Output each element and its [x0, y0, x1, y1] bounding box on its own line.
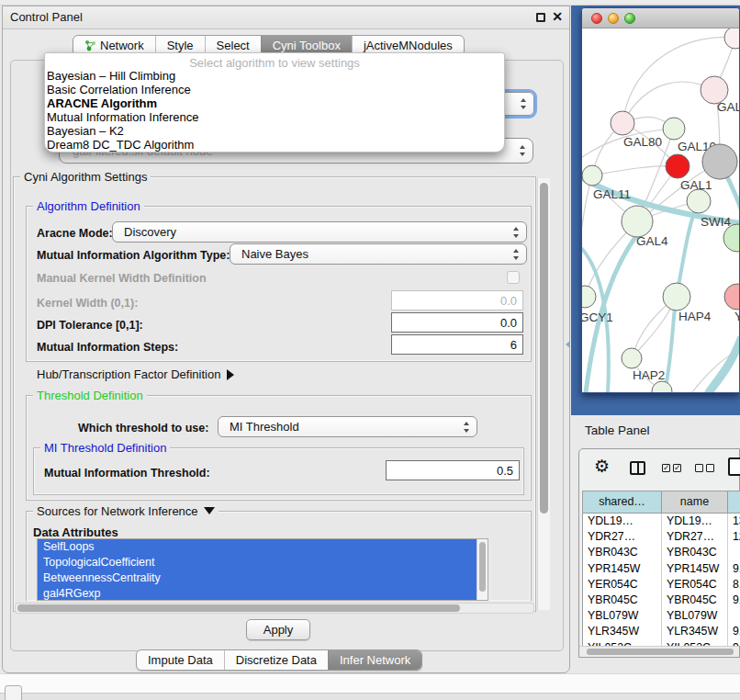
network-node[interactable] [652, 381, 672, 392]
table-horizontal-scrollbar[interactable] [579, 646, 739, 657]
column-header[interactable]: name [662, 491, 728, 514]
table-cell: YDL19… [583, 514, 662, 529]
column-header[interactable]: shared… [583, 491, 662, 514]
table-row[interactable]: YDL19…YDL19…13 [583, 514, 740, 529]
network-node[interactable] [724, 28, 739, 49]
new-table-icon[interactable] [728, 457, 740, 476]
list-vertical-scrollbar[interactable] [477, 539, 488, 600]
scrollbar-thumb[interactable] [479, 542, 486, 592]
tab-infer-network[interactable]: Infer Network [328, 650, 421, 670]
attribute-list-item[interactable]: SelfLoops [38, 539, 477, 555]
network-node[interactable] [663, 283, 690, 310]
aracne-mode-combobox[interactable]: Discovery [112, 221, 527, 243]
dropdown-item[interactable]: Mutual Information Inference [45, 110, 504, 124]
dropdown-item[interactable]: Basic Correlation Inference [45, 83, 504, 96]
float-window-icon[interactable] [536, 13, 545, 22]
collapse-down-icon[interactable] [204, 507, 215, 514]
scrollbar-thumb[interactable] [587, 649, 734, 655]
settings-horizontal-scrollbar[interactable] [15, 603, 534, 614]
table-body: YDL19…YDL19…13YDR27…YDR27…12YBR043CYBR04… [583, 514, 740, 646]
combobox-arrows-icon [512, 249, 521, 260]
network-node[interactable] [611, 111, 634, 135]
table-row[interactable]: YLR345WYLR345W9. [583, 624, 740, 639]
unchecked-box-icon [706, 464, 714, 472]
mi-steps-field[interactable]: 6 [391, 334, 523, 355]
dpi-tolerance-field[interactable]: 0.0 [391, 312, 523, 333]
dropdown-item[interactable]: Bayesian – K2 [45, 124, 504, 138]
table-cell: YDR27… [583, 529, 662, 545]
table-panel-window: ⚙ ✓ ✓ shared…name YDL19…YDL19…13YDR27…YD… [578, 448, 740, 658]
sources-group-title[interactable]: Sources for Network Inference [33, 504, 219, 518]
attribute-list-item[interactable]: BetweennessCentrality [38, 570, 477, 586]
network-node[interactable] [687, 189, 711, 213]
table-row[interactable]: YBR045CYBR045C9. [583, 593, 740, 608]
table-cell: YBR045C [662, 593, 728, 608]
table-row[interactable]: YBL079WYBL079W [583, 608, 740, 624]
network-node[interactable] [724, 284, 739, 310]
table-row[interactable]: YPR145WYPR145W9. [583, 561, 740, 577]
scrollbar-thumb[interactable] [17, 604, 460, 612]
node-label: Y [734, 310, 739, 323]
node-label: HAP2 [633, 368, 665, 382]
checked-box-icon: ✓ [662, 464, 670, 472]
kernel-width-field[interactable]: 0.0 [391, 290, 523, 310]
settings-vertical-scrollbar[interactable] [537, 178, 550, 610]
data-attributes-list[interactable]: SelfLoopsTopologicalCoefficientBetweenne… [37, 538, 488, 601]
table-row[interactable]: YDR27…YDR27…12 [583, 529, 740, 545]
attribute-list-item[interactable]: gal4RGexp [38, 586, 477, 601]
mi-algorithm-type-combobox[interactable]: Naive Bayes [230, 243, 527, 265]
table-row[interactable]: YBR043CYBR043C [583, 545, 740, 560]
hub-definition-label[interactable]: Hub/Transcription Factor Definition [37, 367, 234, 381]
table-cell: 13 [728, 514, 740, 529]
table-row[interactable]: YER054CYER054C8. [583, 577, 740, 593]
table-cell: YLR345W [662, 624, 728, 639]
clear-all-checkboxes-icon[interactable] [695, 464, 714, 472]
dropdown-item[interactable]: Bayesian – Hill Climbing [45, 69, 504, 83]
node-label: GAL11 [593, 187, 631, 201]
mi-threshold-field[interactable]: 0.5 [386, 460, 520, 480]
dropdown-item[interactable]: ARACNE Algorithm [45, 96, 504, 110]
network-canvas[interactable]: GALGAL80GAL10GAL1GAL11SWI4GAL4GCY1HAP4YH… [582, 28, 739, 392]
control-panel-titlebar[interactable]: Control Panel ✕ [3, 6, 569, 29]
network-node[interactable] [622, 348, 642, 368]
close-icon[interactable]: ✕ [552, 9, 563, 24]
attribute-list-item[interactable]: TopologicalCoefficient [38, 555, 477, 570]
table-panel-title: Table Panel [585, 423, 650, 437]
node-label: GAL4 [636, 234, 668, 248]
gear-icon[interactable]: ⚙ [594, 457, 610, 475]
dropdown-item[interactable]: Dream8 DC_TDC Algorithm [45, 138, 504, 152]
network-edge[interactable] [709, 339, 739, 392]
splitpane-collapse-icon[interactable] [566, 341, 570, 348]
columns-icon[interactable] [630, 461, 645, 475]
table-cell: 9. [728, 624, 740, 639]
table-cell: YBR045C [583, 593, 662, 608]
network-window-titlebar[interactable] [582, 8, 739, 28]
scrollbar-thumb[interactable] [540, 183, 548, 514]
which-threshold-label: Which threshold to use: [78, 422, 208, 435]
apply-button[interactable]: Apply [246, 619, 310, 640]
manual-kernel-width-checkbox[interactable] [507, 271, 520, 284]
table-cell: YDL19… [662, 514, 728, 529]
network-node[interactable] [582, 286, 596, 308]
network-node[interactable] [622, 206, 653, 237]
mac-minimize-button[interactable] [608, 13, 619, 24]
tab-label: Discretize Data [236, 653, 317, 667]
network-node[interactable] [666, 154, 690, 178]
expand-right-icon[interactable] [227, 369, 234, 380]
tab-discretize-data[interactable]: Discretize Data [224, 650, 328, 670]
column-header[interactable] [728, 491, 740, 514]
network-node[interactable] [582, 165, 602, 186]
which-threshold-combobox[interactable]: MI Threshold [218, 416, 477, 437]
aracne-mode-label: Aracne Mode: [37, 227, 113, 240]
dropdown-item-list: Bayesian – Hill ClimbingBasic Correlatio… [45, 69, 504, 152]
control-panel-title: Control Panel [10, 10, 83, 24]
network-node[interactable] [663, 118, 685, 140]
tab-impute-data[interactable]: Impute Data [137, 650, 224, 670]
mini-corner-button[interactable] [5, 685, 22, 700]
network-node[interactable] [702, 144, 737, 179]
mac-zoom-button[interactable] [624, 13, 635, 24]
table-cell: YDR27… [662, 529, 728, 545]
mac-close-button[interactable] [591, 13, 602, 24]
select-all-checkboxes-icon[interactable]: ✓ ✓ [662, 464, 681, 472]
network-edge[interactable] [592, 166, 678, 175]
